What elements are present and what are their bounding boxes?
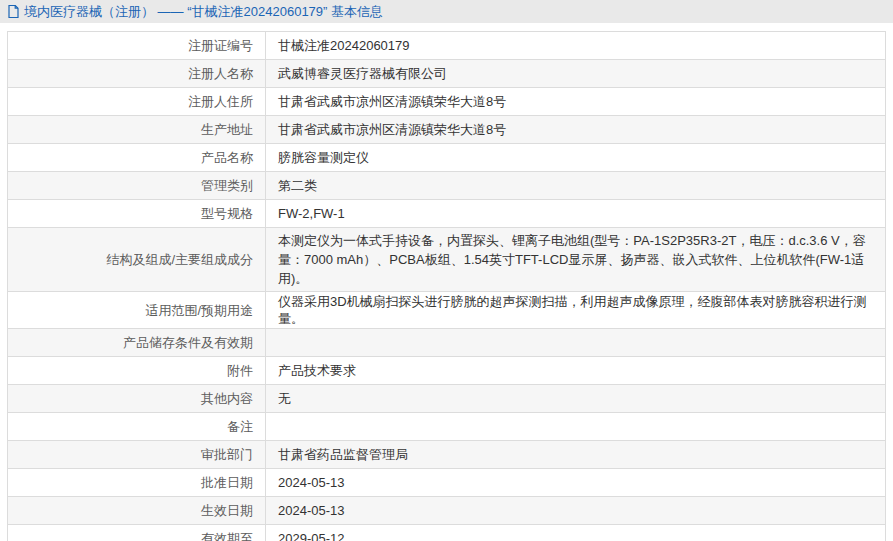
registration-info-table: 注册证编号 甘械注准20242060179 注册人名称 武威博睿灵医疗器械有限公… <box>7 31 886 541</box>
field-label: 注册证编号 <box>8 32 266 60</box>
field-label: 附件 <box>8 357 266 385</box>
table-row: 型号规格 FW-2,FW-1 <box>8 200 886 228</box>
field-label: 管理类别 <box>8 172 266 200</box>
field-label: 结构及组成/主要组成成分 <box>8 228 266 292</box>
table-row: 附件 产品技术要求 <box>8 357 886 385</box>
table-row: 注册人名称 武威博睿灵医疗器械有限公司 <box>8 60 886 88</box>
table-row: 管理类别 第二类 <box>8 172 886 200</box>
field-value: 本测定仪为一体式手持设备，内置探头、锂离子电池组(型号：PA-1S2P35R3-… <box>266 228 886 292</box>
table-row: 审批部门 甘肃省药品监督管理局 <box>8 441 886 469</box>
field-label: 生效日期 <box>8 497 266 525</box>
field-label: 其他内容 <box>8 385 266 413</box>
table-row: 适用范围/预期用途 仪器采用3D机械扇扫探头进行膀胱的超声探测扫描，利用超声成像… <box>8 292 886 329</box>
field-value: 2024-05-13 <box>266 469 886 497</box>
field-value: 仪器采用3D机械扇扫探头进行膀胱的超声探测扫描，利用超声成像原理，经腹部体表对膀… <box>266 292 886 329</box>
table-row: 结构及组成/主要组成成分 本测定仪为一体式手持设备，内置探头、锂离子电池组(型号… <box>8 228 886 292</box>
page-title: 境内医疗器械（注册） —— “甘械注准20242060179” 基本信息 <box>24 3 383 21</box>
field-value <box>266 413 886 441</box>
field-value: 甘肃省药品监督管理局 <box>266 441 886 469</box>
field-value: 武威博睿灵医疗器械有限公司 <box>266 60 886 88</box>
field-label: 适用范围/预期用途 <box>8 292 266 329</box>
field-value: 产品技术要求 <box>266 357 886 385</box>
table-row: 产品名称 膀胱容量测定仪 <box>8 144 886 172</box>
field-value: 2024-05-13 <box>266 497 886 525</box>
field-value: 膀胱容量测定仪 <box>266 144 886 172</box>
field-value: 无 <box>266 385 886 413</box>
field-value: 第二类 <box>266 172 886 200</box>
table-row: 有效期至 2029-05-12 <box>8 525 886 541</box>
table-row: 生效日期 2024-05-13 <box>8 497 886 525</box>
table-row: 产品储存条件及有效期 <box>8 329 886 357</box>
field-value: FW-2,FW-1 <box>266 200 886 228</box>
field-value: 甘肃省武威市凉州区清源镇荣华大道8号 <box>266 88 886 116</box>
field-value: 2029-05-12 <box>266 525 886 541</box>
field-value: 甘肃省武威市凉州区清源镇荣华大道8号 <box>266 116 886 144</box>
field-label: 审批部门 <box>8 441 266 469</box>
field-value <box>266 329 886 357</box>
table-row: 注册证编号 甘械注准20242060179 <box>8 32 886 60</box>
table-row: 批准日期 2024-05-13 <box>8 469 886 497</box>
table-row: 其他内容 无 <box>8 385 886 413</box>
field-label: 产品储存条件及有效期 <box>8 329 266 357</box>
field-value: 甘械注准20242060179 <box>266 32 886 60</box>
table-row: 生产地址 甘肃省武威市凉州区清源镇荣华大道8号 <box>8 116 886 144</box>
field-label: 批准日期 <box>8 469 266 497</box>
table-row: 备注 <box>8 413 886 441</box>
field-label: 注册人住所 <box>8 88 266 116</box>
field-label: 有效期至 <box>8 525 266 541</box>
field-label: 备注 <box>8 413 266 441</box>
field-label: 型号规格 <box>8 200 266 228</box>
table-row: 注册人住所 甘肃省武威市凉州区清源镇荣华大道8号 <box>8 88 886 116</box>
field-label: 注册人名称 <box>8 60 266 88</box>
field-label: 生产地址 <box>8 116 266 144</box>
breadcrumb: 境内医疗器械（注册） —— “甘械注准20242060179” 基本信息 <box>0 0 893 23</box>
document-icon <box>8 5 19 18</box>
field-label: 产品名称 <box>8 144 266 172</box>
